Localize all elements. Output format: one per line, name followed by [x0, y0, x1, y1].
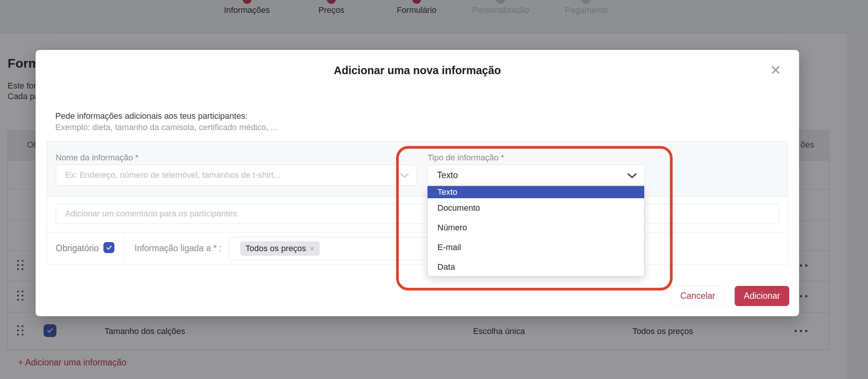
required-checkbox[interactable]	[103, 242, 114, 253]
modal-title: Adicionar uma nova informação	[36, 64, 799, 77]
type-select-value: Texto	[437, 170, 458, 180]
dropdown-option-documento[interactable]: Documento	[428, 198, 644, 218]
linked-price-tag: Todos os preços ×	[240, 241, 320, 256]
name-field-label: Nome da informação *	[56, 153, 139, 163]
screen: Informações Preços Formulário Personaliz…	[0, 0, 868, 379]
form-row-options: Obrigatório Informação ligada a * : Todo…	[47, 232, 788, 264]
dropdown-option-email[interactable]: E-mail	[428, 238, 644, 257]
divider	[124, 236, 125, 261]
form-row-fields: Nome da informação * Ex: Endereço, númer…	[47, 141, 788, 197]
cancel-button[interactable]: Cancelar	[671, 286, 724, 306]
linked-prices-input[interactable]: Todos os preços ×	[228, 237, 441, 260]
modal-intro-line1: Pede informações adicionais aos teus par…	[55, 111, 248, 121]
comment-input[interactable]: Adicionar um comentário para os particip…	[56, 203, 779, 224]
required-label: Obrigatório	[56, 243, 99, 253]
tag-remove-icon[interactable]: ×	[310, 244, 314, 253]
type-field-label: Tipo de informação *	[428, 153, 504, 163]
check-icon	[106, 244, 112, 251]
close-icon[interactable]: ✕	[767, 61, 785, 79]
add-button[interactable]: Adicionar	[735, 286, 789, 306]
dropdown-option-data[interactable]: Data	[428, 257, 644, 276]
chevron-down-icon[interactable]	[400, 172, 409, 179]
modal-intro-line2: Exemplo: dieta, tamanho da camisola, cer…	[55, 123, 278, 132]
information-type-select[interactable]: Texto	[428, 165, 645, 186]
type-dropdown-menu: Texto Documento Número E-mail Data	[427, 186, 645, 276]
chevron-down-icon	[627, 173, 637, 179]
information-name-input[interactable]: Ex: Endereço, número de telemóvel, taman…	[56, 165, 417, 186]
information-form-panel: Nome da informação * Ex: Endereço, númer…	[47, 141, 788, 264]
add-information-modal: Adicionar uma nova informação ✕ Pede inf…	[36, 50, 799, 316]
comment-input-placeholder: Adicionar um comentário para os particip…	[65, 209, 237, 219]
dropdown-option-numero[interactable]: Número	[428, 218, 644, 238]
linked-info-label: Informação ligada a * :	[134, 243, 222, 253]
tag-label: Todos os preços	[245, 244, 306, 253]
dropdown-option-texto[interactable]: Texto	[428, 186, 644, 198]
name-input-placeholder: Ex: Endereço, número de telemóvel, taman…	[65, 170, 281, 180]
